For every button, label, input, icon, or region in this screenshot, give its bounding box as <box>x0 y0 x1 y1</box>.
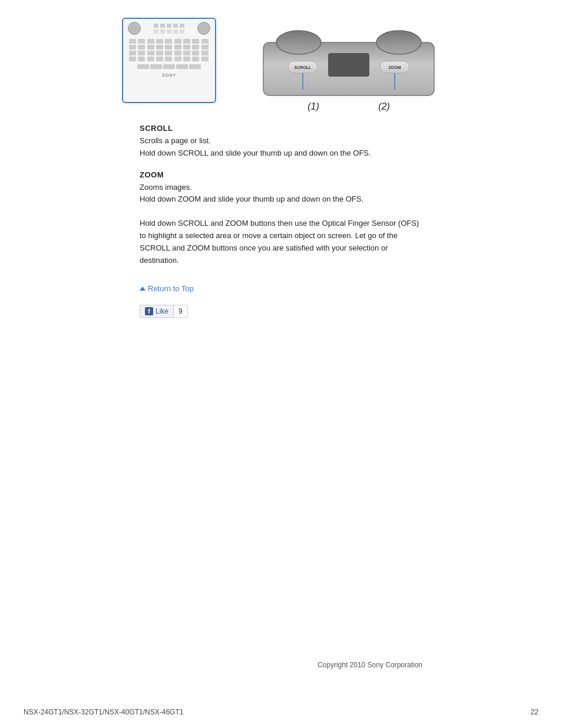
remote-btn <box>180 24 184 28</box>
images-section: SONY SCROLL ZOOM <box>0 18 562 112</box>
remote-grid-btn <box>183 45 190 50</box>
remote-grid-btn <box>147 39 154 44</box>
remote-grid-btn <box>174 39 181 44</box>
remote-grid-btn <box>147 51 154 55</box>
remote-btn <box>167 29 171 34</box>
remote-grid-btn <box>201 51 209 55</box>
remote-btn <box>173 24 178 28</box>
page-footer: NSX-24GT1/NSX-32GT1/NSX-40GT1/NSX-46GT1 … <box>0 708 562 716</box>
zoom-line2: Hold down ZOOM and slide your thumb up a… <box>140 193 422 206</box>
callout-label-1: (1) <box>308 101 319 112</box>
scroll-line2: Hold down SCROLL and slide your thumb up… <box>140 147 422 160</box>
remote-btn-wide <box>137 64 149 69</box>
device-top-view-svg: SCROLL ZOOM <box>257 25 440 101</box>
remote-grid-btn <box>192 39 199 44</box>
svg-text:ZOOM: ZOOM <box>389 65 401 70</box>
remote-grid-btn <box>192 45 199 50</box>
remote-grid-btn <box>201 57 209 61</box>
remote-circle-left <box>128 22 141 35</box>
zoom-body: Zooms images. Hold down ZOOM and slide y… <box>140 182 422 206</box>
remote-btn <box>180 29 184 34</box>
remote-grid-btn <box>129 45 136 50</box>
remote-grid-btn <box>129 51 136 55</box>
facebook-like-count: 9 <box>173 305 188 318</box>
remote-grid-btn <box>165 39 172 44</box>
remote-grid-btn <box>138 45 145 50</box>
remote-top-area <box>123 19 215 38</box>
remote-grid-btn <box>147 45 154 50</box>
remote-grid-btn <box>183 51 190 55</box>
facebook-icon: f <box>145 307 153 315</box>
scroll-body: Scrolls a page or list. Hold down SCROLL… <box>140 135 422 160</box>
remote-btn-wide <box>189 64 201 69</box>
remote-grid-btn <box>201 45 209 50</box>
remote-grid-btn <box>174 45 181 50</box>
zoom-title: ZOOM <box>140 170 422 179</box>
footer-model-numbers: NSX-24GT1/NSX-32GT1/NSX-40GT1/NSX-46GT1 <box>24 708 183 716</box>
remote-grid-btn <box>201 39 209 44</box>
copyright-text: Copyright 2010 Sony Corporation <box>318 661 422 669</box>
remote-grid-btn <box>147 57 154 61</box>
remote-btn-wide <box>150 64 162 69</box>
remote-grid-btn <box>129 57 136 61</box>
svg-rect-3 <box>328 53 369 77</box>
remote-grid-btn <box>156 45 163 50</box>
return-to-top-label: Return to Top <box>148 284 194 293</box>
remote-btn <box>173 29 178 34</box>
main-paragraph: Hold down SCROLL and ZOOM buttons then u… <box>140 218 422 266</box>
remote-btn <box>160 24 165 28</box>
remote-btn <box>160 29 165 34</box>
remote-circle-right <box>197 22 210 35</box>
remote-grid-btn <box>156 57 163 61</box>
footer-page-number: 22 <box>531 708 538 716</box>
remote-btn <box>154 29 158 34</box>
zoom-section: ZOOM Zooms images. Hold down ZOOM and sl… <box>140 170 422 206</box>
remote-grid-btn <box>165 45 172 50</box>
remote-grid-btn <box>129 39 136 44</box>
remote-grid-btn <box>192 57 199 61</box>
facebook-like-button[interactable]: f Like <box>140 305 173 318</box>
remote-grid-btn <box>183 39 190 44</box>
callout-label-2: (2) <box>378 101 390 112</box>
remote-grid-btn <box>174 57 181 61</box>
svg-point-2 <box>376 31 421 54</box>
remote-btn-wide <box>176 64 188 69</box>
remote-grid-btn <box>138 39 145 44</box>
return-to-top-link[interactable]: Return to Top <box>140 284 194 293</box>
page-container: SONY SCROLL ZOOM <box>0 0 562 728</box>
sony-label: SONY <box>123 73 215 77</box>
remote-outline: SONY <box>122 18 216 103</box>
remote-btn <box>167 24 171 28</box>
content-section: SCROLL Scrolls a page or list. Hold down… <box>0 124 562 318</box>
remote-grid-btn <box>156 51 163 55</box>
scroll-section: SCROLL Scrolls a page or list. Hold down… <box>140 124 422 160</box>
remote-grid-btn <box>156 39 163 44</box>
like-label: Like <box>156 307 168 315</box>
remote-grid-btn <box>165 51 172 55</box>
remote-btn <box>154 24 158 28</box>
return-arrow-icon <box>140 286 146 291</box>
remote-grid-btn <box>138 57 145 61</box>
scroll-title: SCROLL <box>140 124 422 133</box>
remote-grid-btn <box>165 57 172 61</box>
scroll-line1: Scrolls a page or list. <box>140 135 422 147</box>
remote-grid-btn <box>174 51 181 55</box>
svg-text:SCROLL: SCROLL <box>295 65 312 70</box>
remote-grid-btn <box>192 51 199 55</box>
device-top-view-container: SCROLL ZOOM <box>257 25 440 112</box>
remote-grid-btn <box>183 57 190 61</box>
remote-btn-wide <box>163 64 175 69</box>
remote-grid-btn <box>138 51 145 55</box>
remote-device-illustration: SONY <box>122 18 222 112</box>
svg-point-1 <box>276 31 321 54</box>
zoom-line1: Zooms images. <box>140 182 422 194</box>
facebook-like-container: f Like 9 <box>140 305 422 318</box>
